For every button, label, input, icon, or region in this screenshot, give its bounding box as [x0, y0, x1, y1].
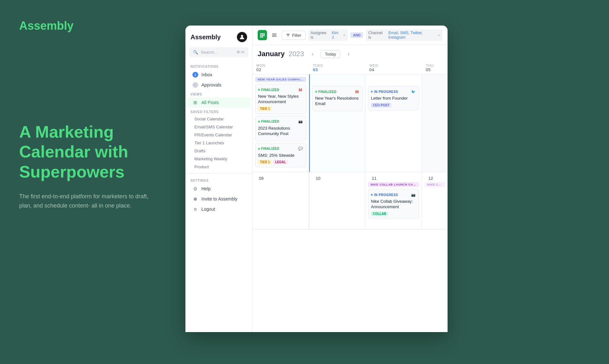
status-dot-4 [315, 91, 317, 93]
sidebar-header: Assembly [185, 32, 252, 47]
tag-collab: COLLAB [371, 211, 388, 216]
post-title-6: Nike Collab Giveaway: Announcement [371, 199, 416, 210]
inbox-label: Inbox [201, 72, 212, 77]
calendar-grid: MON 02 TUES 03 WED 04 THU 05 [253, 62, 448, 332]
assignee-chip-value: Kim J. [332, 31, 341, 40]
filter-drafts[interactable]: Drafts [185, 147, 252, 155]
instagram-icon: 📷 [298, 119, 303, 125]
post-card-letter-founder[interactable]: IN PROGRESS 🐦 Letter from Founder CEO PO… [368, 86, 419, 110]
app-container: Assembly 🔍 Search... ⌘+K NOTIFICATIONS 1… [185, 0, 609, 364]
status-dot-3 [258, 148, 260, 150]
post-title: New Year, New Styles Announcement [258, 94, 303, 105]
search-placeholder: Search... [201, 50, 234, 55]
filter-label: Filter [292, 33, 301, 38]
svg-rect-11 [272, 36, 277, 37]
today-button[interactable]: Today [321, 50, 340, 58]
logout-icon: ⎋ [192, 206, 198, 212]
prev-month-button[interactable]: ‹ [308, 49, 317, 58]
filter-marketing-weekly[interactable]: Marketing Weekly [185, 155, 252, 163]
sidebar-item-approvals[interactable]: · Approvals [187, 80, 250, 90]
week2-tues-date: 10 [312, 175, 363, 182]
post-card-header-5: IN PROGRESS 🐦 [371, 89, 416, 95]
assignee-chip-close[interactable]: × [343, 33, 345, 37]
calendar-week-1: NEW YEAR SALES CAMPAIGN FINALIZED M New … [253, 74, 448, 172]
sidebar-brand: Assembly [191, 34, 221, 41]
filter-email-sms[interactable]: Email/SMS Calendar [185, 123, 252, 131]
filter-pr-events[interactable]: PR/Events Calendar [185, 131, 252, 139]
calendar-view-button[interactable] [258, 30, 267, 40]
left-brand-logo: Assembly [19, 19, 166, 33]
search-icon: 🔍 [193, 50, 198, 55]
calendar-week-2: 09 10 11 NIKE COLLAB LAUNCH CAMPAIGN [253, 172, 448, 230]
filter-product[interactable]: Product [185, 163, 252, 171]
search-shortcut: ⌘+K [237, 50, 245, 54]
twitter-icon: 🐦 [410, 89, 416, 95]
svg-rect-2 [262, 33, 263, 34]
channel-chip-label: Channel is [368, 31, 385, 40]
assignee-chip-label: Assignee is [311, 31, 328, 40]
filter-social-calendar[interactable]: Social Calendar [185, 115, 252, 123]
post-tags-3: TIER 1 LEGAL [258, 160, 303, 164]
sidebar-item-help[interactable]: ⊙ Help [187, 184, 250, 194]
tag-ceo: CEO POST [371, 103, 391, 108]
post-card-header: FINALIZED M [258, 87, 303, 93]
settings-section-label: SETTINGS [185, 176, 252, 184]
logout-label: Logout [201, 207, 215, 212]
post-card-resolutions-email[interactable]: FINALIZED M New Year's Resolutions Email [312, 86, 363, 111]
sidebar-item-invite[interactable]: ⊕ Invite to Assembly [187, 194, 250, 204]
post-status-5: IN PROGRESS [371, 90, 398, 94]
day-header-thu: THU 05 [422, 62, 448, 74]
tag-legal: LEGAL [273, 160, 288, 164]
post-status-3: FINALIZED [258, 147, 279, 150]
svg-rect-3 [263, 33, 265, 34]
main-content: Filter Assignee is Kim J. × AND Channel … [253, 26, 448, 332]
channel-filter-chip[interactable]: Channel is Email, SMS, Twitter, Instagra… [366, 29, 442, 41]
and-badge: AND [350, 32, 363, 38]
post-status: FINALIZED [258, 88, 279, 92]
post-card-header-3: FINALIZED 💬 [258, 146, 303, 152]
post-card-header-4: FINALIZED M [315, 89, 360, 95]
cal-cell-mon-week2: 09 [253, 172, 309, 229]
gmail-icon: M [298, 87, 303, 93]
assignee-filter-chip[interactable]: Assignee is Kim J. × [308, 29, 348, 41]
svg-rect-9 [272, 34, 277, 34]
post-card-nike-collab[interactable]: IN PROGRESS 📷 Nike Collab Giveaway: Anno… [368, 189, 419, 219]
day-header-mon: MON 02 [253, 62, 309, 74]
calendar-year: 2023 [288, 50, 304, 58]
channel-chip-value: Email, SMS, Twitter, Instagram [388, 31, 436, 40]
svg-rect-4 [260, 35, 262, 36]
calendar-month: January [258, 50, 285, 58]
svg-point-0 [241, 35, 243, 37]
search-bar[interactable]: 🔍 Search... ⌘+K [189, 47, 248, 57]
status-dot-5 [371, 91, 373, 93]
sidebar-item-inbox[interactable]: 1 Inbox [187, 70, 250, 80]
post-card-new-year-styles[interactable]: FINALIZED M New Year, New Styles Announc… [255, 84, 306, 114]
post-tags-6: COLLAB [371, 211, 416, 216]
channel-chip-close[interactable]: × [438, 33, 440, 37]
avatar [237, 32, 247, 42]
filter-tier1[interactable]: Tier 1 Launches [185, 139, 252, 147]
post-card-sms[interactable]: FINALIZED 💬 SMS: 25% Sitewide TIER 1 LEG… [255, 143, 306, 168]
instagram-icon-2: 📷 [410, 192, 416, 198]
description: The first end-to-end platform for market… [19, 192, 153, 210]
svg-rect-6 [263, 35, 265, 36]
app-window: Assembly 🔍 Search... ⌘+K NOTIFICATIONS 1… [185, 26, 448, 332]
next-month-button[interactable]: › [344, 49, 353, 58]
svg-rect-8 [262, 36, 263, 38]
invite-icon: ⊕ [192, 196, 198, 202]
status-dot-6 [371, 194, 373, 196]
cal-cell-wed-week2: 11 NIKE COLLAB LAUNCH CAMPAIGN IN PROGRE… [365, 172, 422, 229]
post-card-resolutions[interactable]: FINALIZED 📷 2023 Resolutions Community P… [255, 116, 306, 141]
help-label: Help [201, 186, 211, 191]
status-dot [258, 89, 260, 91]
list-view-button[interactable] [269, 30, 279, 40]
sidebar-item-all-posts[interactable]: ⊞ All Posts [187, 97, 250, 108]
status-dot-2 [258, 121, 260, 123]
cal-cell-mon-week1: NEW YEAR SALES CAMPAIGN FINALIZED M New … [253, 74, 309, 172]
nike-campaign-banner: NIKE COLLAB LAUNCH CAMPAIGN [368, 182, 419, 187]
nike-campaign-banner-2: NIKE COLLAB... [425, 182, 445, 187]
post-title-4: New Year's Resolutions Email [315, 96, 360, 107]
week2-mon-date: 09 [255, 175, 306, 182]
sidebar-item-logout[interactable]: ⎋ Logout [187, 204, 250, 214]
filter-button[interactable]: Filter [282, 31, 306, 40]
